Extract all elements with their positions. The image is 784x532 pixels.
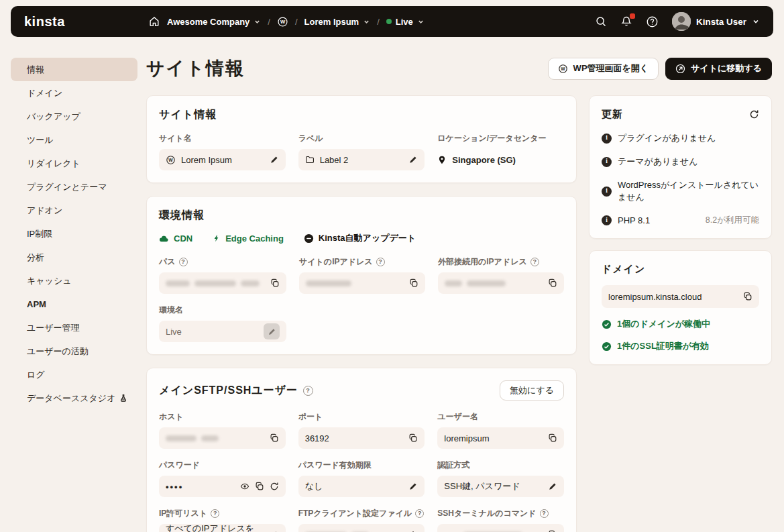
- user-menu[interactable]: Kinsta User: [672, 12, 760, 31]
- lab-flask-icon: [119, 394, 127, 403]
- help-tooltip-icon[interactable]: [415, 509, 424, 518]
- location-pin-icon: [437, 155, 447, 165]
- site-info-card: サイト情報 サイト名 W Lorem Ipsum ラベル: [146, 95, 577, 183]
- host-label: ホスト: [159, 411, 286, 423]
- copy-icon[interactable]: [548, 278, 557, 288]
- help-tooltip-icon[interactable]: [179, 258, 188, 266]
- site-name-field: W Lorem Ipsum: [159, 149, 286, 170]
- ip-allowlist-field: すべてのIPアドレスを許可: [159, 524, 286, 532]
- copy-icon[interactable]: [270, 433, 279, 443]
- cdn-badge[interactable]: CDN: [159, 232, 192, 244]
- copy-icon[interactable]: [548, 433, 557, 443]
- sidebar-item-analytics[interactable]: 分析: [11, 246, 137, 269]
- sftp-ssh-card: メインSFTP/SSHユーザー 無効にする ホスト: [146, 368, 577, 532]
- domain-active-status[interactable]: 1個のドメインが稼働中: [602, 318, 759, 330]
- password-value: ••••: [166, 482, 183, 492]
- sidebar-item-logs[interactable]: ログ: [11, 363, 137, 386]
- update-item-themes: テーマがありません: [602, 156, 759, 168]
- home-icon[interactable]: [148, 15, 160, 28]
- sidebar-item-apm[interactable]: APM: [11, 292, 137, 316]
- svg-text:W: W: [561, 66, 565, 71]
- sidebar-item-plugins-themes[interactable]: プラグインとテーマ: [11, 175, 137, 199]
- redacted-value: [166, 280, 260, 286]
- main-content: サイト情報 W WP管理画面を開く サイトに移動する サイト情報 サイト名: [146, 56, 772, 532]
- edit-icon[interactable]: [408, 155, 418, 164]
- sidebar-item-user-management[interactable]: ユーザー管理: [11, 316, 137, 339]
- info-icon: [602, 134, 612, 144]
- location-value-row: Singapore (SG): [437, 149, 564, 170]
- sidebar-item-tools[interactable]: ツール: [11, 128, 137, 152]
- edit-icon[interactable]: [408, 482, 418, 491]
- breadcrumb-separator: /: [295, 17, 298, 27]
- path-field: [159, 272, 286, 294]
- sidebar-item-ip-deny[interactable]: IP制限: [11, 222, 137, 246]
- help-tooltip-icon[interactable]: [303, 386, 313, 396]
- site-ip-field: [299, 272, 425, 294]
- open-wp-admin-button[interactable]: W WP管理画面を開く: [548, 58, 659, 80]
- visit-site-button[interactable]: サイトに移動する: [665, 58, 772, 80]
- show-password-eye-icon[interactable]: [240, 482, 249, 491]
- auth-method-field: SSH鍵, パスワード: [437, 476, 564, 497]
- sidebar-item-cache[interactable]: キャッシュ: [11, 269, 137, 292]
- wordpress-icon: W: [558, 64, 568, 74]
- ssl-active-status[interactable]: 1件のSSL証明書が有効: [602, 340, 759, 352]
- search-icon[interactable]: [595, 15, 607, 28]
- sidebar-item-database-studio[interactable]: データベーススタジオ: [11, 386, 137, 410]
- port-field: 36192: [298, 427, 425, 449]
- username-field: loremipsum: [437, 427, 564, 449]
- password-expiry-label: パスワード有効期限: [298, 460, 425, 471]
- env-name-field: Live: [159, 321, 286, 342]
- help-icon[interactable]: [646, 15, 659, 28]
- env-name-value: Live: [166, 327, 182, 337]
- notifications-bell-icon[interactable]: [620, 15, 632, 28]
- breadcrumb-environment[interactable]: Live: [386, 17, 425, 27]
- chevron-down-icon: [752, 17, 760, 25]
- site-name-value: Lorem Ipsum: [181, 155, 232, 165]
- breadcrumb-separator: /: [268, 17, 270, 27]
- sidebar-item-user-activity[interactable]: ユーザーの活動: [11, 339, 137, 363]
- username-value: loremipsum: [444, 433, 489, 443]
- info-icon: [602, 187, 612, 197]
- info-icon: [602, 215, 612, 225]
- generate-password-refresh-icon[interactable]: [270, 482, 279, 491]
- sidebar-item-domains[interactable]: ドメイン: [11, 81, 137, 105]
- port-value: 36192: [305, 433, 329, 443]
- edit-icon[interactable]: [270, 155, 279, 164]
- sidebar-item-backups[interactable]: バックアップ: [11, 105, 137, 128]
- sidebar-item-info[interactable]: 情報: [11, 58, 137, 81]
- updates-card-title: 更新: [602, 108, 623, 121]
- edit-icon[interactable]: [548, 482, 557, 491]
- site-info-card-title: サイト情報: [159, 108, 564, 122]
- kinsta-logo[interactable]: kinsta: [24, 14, 65, 30]
- help-tooltip-icon[interactable]: [540, 509, 549, 518]
- chevron-down-icon: [254, 18, 261, 25]
- edge-caching-badge[interactable]: Edge Caching: [213, 232, 284, 244]
- help-tooltip-icon[interactable]: [211, 509, 219, 518]
- ftp-config-field: .zip: [298, 524, 425, 532]
- sidebar-item-redirects[interactable]: リダイレクト: [11, 152, 137, 175]
- password-label: パスワード: [159, 460, 286, 471]
- sidebar-item-addons[interactable]: アドオン: [11, 199, 137, 222]
- ssh-command-label: SSHターミナルのコマンド: [437, 508, 536, 519]
- copy-icon[interactable]: [255, 482, 264, 491]
- breadcrumb-site[interactable]: Lorem Ipsum: [304, 17, 371, 27]
- refresh-icon[interactable]: [749, 109, 759, 119]
- breadcrumb-company[interactable]: Awesome Company: [167, 17, 261, 27]
- auth-method-value: SSH鍵, パスワード: [444, 480, 520, 492]
- copy-icon[interactable]: [743, 292, 752, 301]
- copy-icon[interactable]: [408, 433, 418, 443]
- password-expiry-field: なし: [298, 476, 425, 497]
- help-tooltip-icon[interactable]: [376, 258, 385, 266]
- wordpress-icon[interactable]: W: [277, 16, 288, 28]
- copy-icon[interactable]: [409, 278, 418, 288]
- auth-method-label: 認証方式: [437, 460, 564, 471]
- help-tooltip-icon[interactable]: [530, 258, 539, 266]
- host-field: [159, 427, 286, 449]
- kinsta-auto-update-badge[interactable]: Kinsta自動アップデート: [304, 232, 416, 244]
- copy-icon[interactable]: [270, 278, 280, 288]
- edit-disabled-icon: [264, 323, 280, 339]
- external-ip-label: 外部接続用のIPアドレス: [438, 256, 527, 268]
- notification-badge: [630, 13, 635, 19]
- update-item-php: PHP 8.1 8.2が利用可能: [602, 215, 759, 226]
- disable-sftp-button[interactable]: 無効にする: [500, 380, 564, 401]
